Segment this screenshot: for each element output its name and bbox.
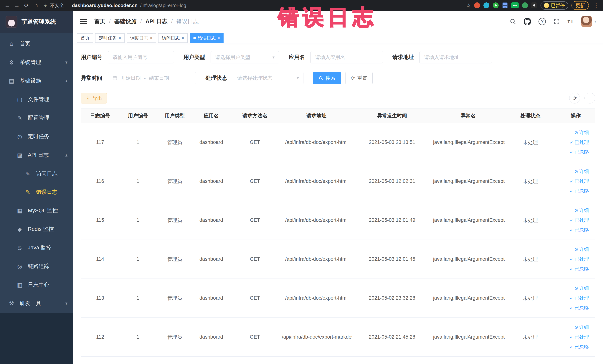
sidebar-item-scheduled-jobs[interactable]: ◷ 定时任务 bbox=[0, 127, 73, 146]
user-type-cell: 管理员 bbox=[156, 123, 193, 162]
paused-extension-badge[interactable]: 已暂停 bbox=[541, 1, 568, 10]
extension-icon[interactable] bbox=[531, 2, 537, 8]
column-settings-button[interactable]: ≡ bbox=[584, 93, 595, 104]
user-avatar[interactable]: ▾ bbox=[581, 16, 596, 27]
sidebar-item-config-management[interactable]: ✎ 配置管理 bbox=[0, 109, 73, 127]
sidebar-item-java-monitor[interactable]: ♨ Java 监控 bbox=[0, 238, 73, 257]
ignored-link[interactable]: ✓ 已忽略 bbox=[570, 266, 589, 272]
sidebar-item-system[interactable]: ⚙ 系统管理 ▾ bbox=[0, 53, 73, 71]
close-icon[interactable]: × bbox=[150, 36, 152, 40]
app-logo[interactable]: 芋道管理系统 bbox=[0, 11, 73, 33]
extension-on-icon[interactable]: on bbox=[511, 2, 519, 8]
processed-link[interactable]: ✓ 已处理 bbox=[570, 256, 589, 262]
sidebar-item-api-log[interactable]: ▨ API 日志 ▴ bbox=[0, 146, 73, 164]
user-id-cell: 1 bbox=[119, 240, 156, 279]
font-size-icon[interactable]: тT bbox=[568, 18, 574, 25]
user-id-cell: 1 bbox=[119, 318, 156, 357]
browser-reload-button[interactable]: ⟳ bbox=[22, 1, 31, 10]
bookmark-star-icon[interactable]: ☆ bbox=[466, 2, 471, 9]
trace-icon: ◎ bbox=[16, 263, 23, 270]
eye-icon: ⊙ bbox=[574, 169, 578, 174]
tab-schedule-log[interactable]: 调度日志 × bbox=[127, 33, 156, 43]
reset-button[interactable]: ⟳ 重置 bbox=[345, 72, 372, 84]
app-name-input[interactable] bbox=[311, 51, 383, 63]
breadcrumb-home[interactable]: 首页 bbox=[94, 18, 105, 25]
tab-error-log[interactable]: 错误日志 × bbox=[190, 33, 223, 43]
processed-link[interactable]: ✓ 已处理 bbox=[570, 295, 589, 301]
export-button[interactable]: 导出 bbox=[81, 93, 107, 104]
request-url-input[interactable] bbox=[419, 51, 492, 63]
ignored-link[interactable]: ✓ 已忽略 bbox=[570, 305, 589, 311]
breadcrumb: 首页 / 基础设施 / API 日志 / 错误日志 bbox=[94, 18, 198, 25]
extension-icon[interactable] bbox=[474, 2, 480, 8]
extension-icon[interactable] bbox=[493, 2, 499, 8]
address-divider: | bbox=[67, 3, 69, 8]
close-icon[interactable]: × bbox=[118, 36, 121, 40]
tab-home[interactable]: 首页 bbox=[77, 33, 93, 43]
actions-cell: ⊙ 详细 ✓ 已处理 ✓ 已忽略 bbox=[556, 318, 595, 357]
ignored-link[interactable]: ✓ 已忽略 bbox=[570, 344, 589, 350]
log-center-icon: ▥ bbox=[16, 282, 23, 288]
processed-link[interactable]: ✓ 已处理 bbox=[570, 217, 589, 223]
hamburger-icon[interactable] bbox=[80, 19, 87, 24]
sidebar-item-redis-monitor[interactable]: ◆ Redis 监控 bbox=[0, 220, 73, 238]
table-row: 116 1 管理员 dashboard GET /api/infra/db-do… bbox=[81, 162, 595, 201]
user-id-input[interactable] bbox=[108, 51, 174, 63]
sidebar-item-access-log[interactable]: ✎ 访问日志 bbox=[0, 164, 73, 183]
sidebar-item-log-center[interactable]: ▥ 日志中心 bbox=[0, 276, 73, 294]
address-bar[interactable]: ⚠ 不安全 | dashboard.yudao.iocoder.cn/infra… bbox=[43, 2, 465, 9]
help-icon[interactable]: ? bbox=[538, 18, 546, 25]
status-select[interactable]: 请选择处理状态 ▾ bbox=[233, 72, 303, 84]
method-cell: GET bbox=[230, 201, 280, 240]
processed-link[interactable]: ✓ 已处理 bbox=[570, 139, 589, 146]
sidebar-item-file-management[interactable]: ▢ 文件管理 bbox=[0, 90, 73, 109]
extension-grid-icon[interactable] bbox=[502, 2, 508, 8]
ignored-link[interactable]: ✓ 已忽略 bbox=[570, 149, 589, 155]
user-type-select[interactable]: 请选择用户类型 ▾ bbox=[210, 51, 279, 63]
caret-down-icon: ▾ bbox=[594, 19, 596, 24]
github-icon[interactable] bbox=[524, 18, 531, 25]
breadcrumb-infra[interactable]: 基础设施 bbox=[114, 18, 136, 25]
detail-link[interactable]: ⊙ 详细 bbox=[574, 168, 589, 175]
method-cell: GET bbox=[230, 123, 280, 162]
detail-link[interactable]: ⊙ 详细 bbox=[574, 129, 589, 136]
close-icon[interactable]: × bbox=[217, 36, 220, 40]
sidebar-item-mysql-monitor[interactable]: ▦ MySQL 监控 bbox=[0, 201, 73, 220]
browser-forward-button[interactable]: → bbox=[13, 1, 21, 10]
detail-link[interactable]: ⊙ 详细 bbox=[574, 207, 589, 214]
browser-menu-icon[interactable]: ⋮ bbox=[592, 2, 600, 9]
processed-link[interactable]: ✓ 已处理 bbox=[570, 334, 589, 340]
extension-icon[interactable] bbox=[522, 2, 528, 8]
request-url-cell: /api/infra/db-doc/export-html bbox=[280, 279, 353, 318]
sidebar-item-error-log[interactable]: ✎ 错误日志 bbox=[0, 183, 73, 201]
eye-icon: ⊙ bbox=[574, 130, 578, 135]
date-range-picker[interactable]: 开始日期 - 结束日期 bbox=[108, 72, 196, 84]
browser-back-button[interactable]: ← bbox=[3, 1, 12, 10]
tab-access-log[interactable]: 访问日志 × bbox=[158, 33, 188, 43]
search-button[interactable]: 搜索 bbox=[313, 72, 341, 84]
browser-home-button[interactable]: ⌂ bbox=[32, 1, 40, 10]
fullscreen-icon[interactable] bbox=[553, 18, 560, 25]
refresh-table-button[interactable]: ⟳ bbox=[569, 93, 580, 104]
sidebar-item-dev-tools[interactable]: ⚒ 研发工具 ▾ bbox=[0, 294, 73, 313]
sidebar-item-home[interactable]: ⌂ 首页 bbox=[0, 35, 73, 53]
col-exception-time: 异常发生时间 bbox=[352, 108, 431, 123]
extension-icon[interactable] bbox=[483, 2, 489, 8]
close-icon[interactable]: × bbox=[182, 36, 184, 40]
search-icon[interactable] bbox=[510, 18, 516, 25]
tab-scheduled-jobs[interactable]: 定时任务 × bbox=[95, 33, 125, 43]
detail-link[interactable]: ⊙ 详细 bbox=[574, 285, 589, 292]
detail-link[interactable]: ⊙ 详细 bbox=[574, 246, 589, 253]
ignored-link[interactable]: ✓ 已忽略 bbox=[570, 188, 589, 194]
ignored-link[interactable]: ✓ 已忽略 bbox=[570, 227, 589, 233]
chrome-update-button[interactable]: 更新 bbox=[571, 1, 589, 10]
user-type-cell: 管理员 bbox=[156, 279, 193, 318]
detail-link[interactable]: ⊙ 详细 bbox=[574, 324, 589, 330]
emoji-icon bbox=[544, 3, 549, 8]
sidebar-item-infrastructure[interactable]: ▤ 基础设施 ▴ bbox=[0, 71, 73, 90]
processed-link[interactable]: ✓ 已处理 bbox=[570, 178, 589, 185]
breadcrumb-api-log[interactable]: API 日志 bbox=[146, 18, 167, 25]
app-name-cell: dashboard bbox=[193, 318, 230, 357]
sidebar-item-tracing[interactable]: ◎ 链路追踪 bbox=[0, 257, 73, 276]
infrastructure-icon: ▤ bbox=[8, 78, 15, 84]
